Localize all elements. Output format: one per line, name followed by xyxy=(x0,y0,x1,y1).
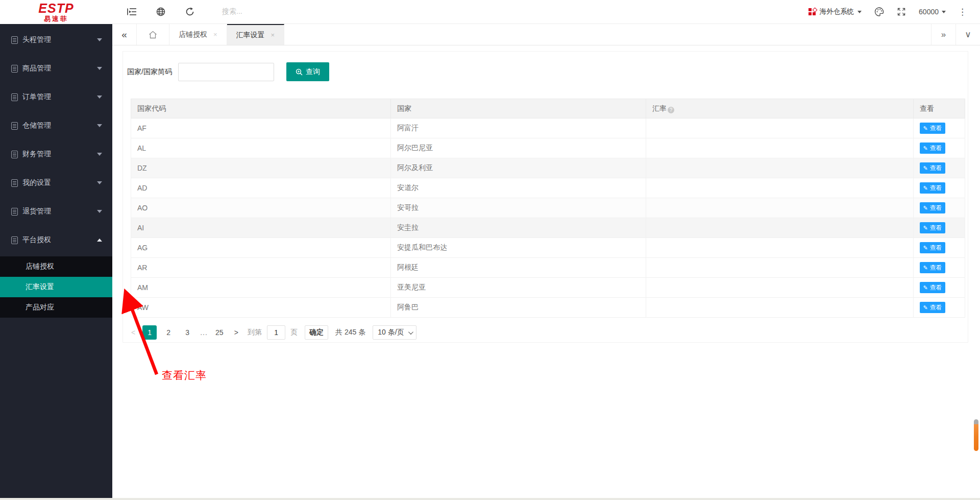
pencil-icon: ✎ xyxy=(923,285,927,291)
view-button[interactable]: ✎查看 xyxy=(920,282,945,293)
sidebar-item-platform-auth[interactable]: 平台授权 xyxy=(0,226,112,254)
user-id-dropdown[interactable]: 60000 xyxy=(919,8,946,16)
page-ellipsis: ... xyxy=(200,328,208,337)
prev-page-icon[interactable]: < xyxy=(131,328,135,337)
cell-country: 阿富汗 xyxy=(391,118,646,138)
sidebar-item-product-mapping[interactable]: 产品对应 xyxy=(0,297,112,318)
query-button[interactable]: 查询 xyxy=(286,62,329,81)
cell-code: AL xyxy=(131,138,391,158)
sidebar-item-my-settings[interactable]: 我的设置 xyxy=(0,169,112,197)
system-name: 海外仓系统 xyxy=(820,7,854,16)
tabs-scroll-right-button[interactable]: » xyxy=(931,24,955,45)
tab-label: 店铺授权 xyxy=(179,30,207,39)
cell-code: AD xyxy=(131,178,391,198)
page-2-button[interactable]: 2 xyxy=(161,325,176,340)
submenu-item-label: 店铺授权 xyxy=(26,262,54,271)
pencil-icon: ✎ xyxy=(923,305,927,311)
cell-country: 阿鲁巴 xyxy=(391,298,646,318)
cell-rate xyxy=(646,258,914,278)
tabs-menu-button[interactable]: ∨ xyxy=(955,24,980,45)
goto-page-input[interactable] xyxy=(267,325,285,340)
page-25-button[interactable]: 25 xyxy=(212,325,227,340)
app-root: { "logo": { "brand": "ESTP", "sub": "易速菲… xyxy=(0,0,980,500)
submenu-item-label: 产品对应 xyxy=(26,303,54,312)
view-button[interactable]: ✎查看 xyxy=(920,202,945,213)
table-row: AM 亚美尼亚 ✎查看 xyxy=(131,278,965,298)
query-button-label: 查询 xyxy=(306,67,320,77)
cell-country: 安圭拉 xyxy=(391,218,646,238)
more-menu-icon[interactable]: ⋮ xyxy=(958,7,967,17)
cell-country: 阿尔及利亚 xyxy=(391,158,646,178)
close-icon[interactable]: × xyxy=(213,31,217,38)
sidebar: ESTP 易速菲 头程管理 商品管理 订单管理 仓储管理 财务管理 xyxy=(0,0,112,500)
tabs-scroll-left-button[interactable]: « xyxy=(112,24,137,45)
app-grid-icon xyxy=(808,8,816,16)
tab-label: 汇率设置 xyxy=(236,31,265,40)
home-icon xyxy=(149,31,157,39)
sidebar-item-label: 退货管理 xyxy=(22,207,51,216)
tabbar-spacer xyxy=(284,24,931,45)
next-page-icon[interactable]: > xyxy=(234,328,238,337)
view-button[interactable]: ✎查看 xyxy=(920,262,945,273)
search-input[interactable]: 搜索... xyxy=(222,7,334,16)
search-form: 国家/国家简码 查询 xyxy=(127,62,968,81)
sidebar-item-orders[interactable]: 订单管理 xyxy=(0,83,112,111)
sidebar-item-finance[interactable]: 财务管理 xyxy=(0,140,112,169)
table-row: AD 安道尔 ✎查看 xyxy=(131,178,965,198)
cell-code: DZ xyxy=(131,158,391,178)
header-country-code: 国家代码 xyxy=(131,99,391,118)
refresh-icon[interactable] xyxy=(185,7,195,17)
page-size-value: 10 条/页 xyxy=(378,328,404,337)
page-size-select[interactable]: 10 条/页 xyxy=(373,325,416,340)
country-code-input[interactable] xyxy=(178,63,274,81)
sidebar-item-headway[interactable]: 头程管理 xyxy=(0,26,112,54)
page-1-button[interactable]: 1 xyxy=(142,325,157,340)
page-3-button[interactable]: 3 xyxy=(180,325,194,340)
sidebar-item-products[interactable]: 商品管理 xyxy=(0,54,112,83)
cell-country: 安道尔 xyxy=(391,178,646,198)
country-code-label: 国家/国家简码 xyxy=(127,67,178,77)
view-button[interactable]: ✎查看 xyxy=(920,242,945,253)
sidebar-item-returns[interactable]: 退货管理 xyxy=(0,197,112,226)
tab-exchange-rate[interactable]: 汇率设置 × xyxy=(227,24,285,45)
home-tab[interactable] xyxy=(137,24,169,45)
header-rate: 汇率? xyxy=(646,99,914,118)
fullscreen-icon[interactable] xyxy=(896,7,906,17)
view-button[interactable]: ✎查看 xyxy=(920,302,945,313)
table-row: DZ 阿尔及利亚 ✎查看 xyxy=(131,158,965,178)
theme-palette-icon[interactable] xyxy=(874,7,884,17)
cell-rate xyxy=(646,118,914,138)
cell-code: AW xyxy=(131,298,391,318)
sidebar-item-shop-auth[interactable]: 店铺授权 xyxy=(0,256,112,277)
chevron-down-icon xyxy=(97,96,102,99)
logo: ESTP 易速菲 xyxy=(0,0,112,24)
logo-sub-text: 易速菲 xyxy=(44,15,68,22)
view-button[interactable]: ✎查看 xyxy=(920,182,945,194)
view-button[interactable]: ✎查看 xyxy=(920,162,945,174)
tab-shop-auth[interactable]: 店铺授权 × xyxy=(169,24,227,45)
sidebar-menu: 头程管理 商品管理 订单管理 仓储管理 财务管理 我的设置 xyxy=(0,24,112,318)
help-icon[interactable]: ? xyxy=(668,107,674,113)
sidebar-item-exchange-rate[interactable]: 汇率设置 xyxy=(0,277,112,297)
globe-icon[interactable] xyxy=(156,7,166,17)
close-icon[interactable]: × xyxy=(271,31,275,39)
system-switcher[interactable]: 海外仓系统 xyxy=(808,7,862,16)
view-button[interactable]: ✎查看 xyxy=(920,142,945,154)
cell-rate xyxy=(646,238,914,258)
clipboard-icon xyxy=(11,236,18,244)
vertical-scrollbar-thumb[interactable] xyxy=(974,419,978,451)
collapse-sidebar-icon[interactable] xyxy=(127,7,137,17)
total-count-label: 共 245 条 xyxy=(335,328,365,337)
goto-confirm-button[interactable]: 确定 xyxy=(305,325,328,340)
header-view: 查看 xyxy=(914,99,965,118)
chevron-down-icon xyxy=(942,11,946,13)
sidebar-item-label: 仓储管理 xyxy=(22,121,51,130)
table-row: AO 安哥拉 ✎查看 xyxy=(131,198,965,218)
cell-rate xyxy=(646,198,914,218)
view-button[interactable]: ✎查看 xyxy=(920,222,945,233)
view-button[interactable]: ✎查看 xyxy=(920,123,945,134)
table-header-row: 国家代码 国家 汇率? 查看 xyxy=(131,99,965,118)
sidebar-item-warehouse[interactable]: 仓储管理 xyxy=(0,111,112,140)
clipboard-icon xyxy=(11,208,18,216)
clipboard-icon xyxy=(11,36,18,44)
